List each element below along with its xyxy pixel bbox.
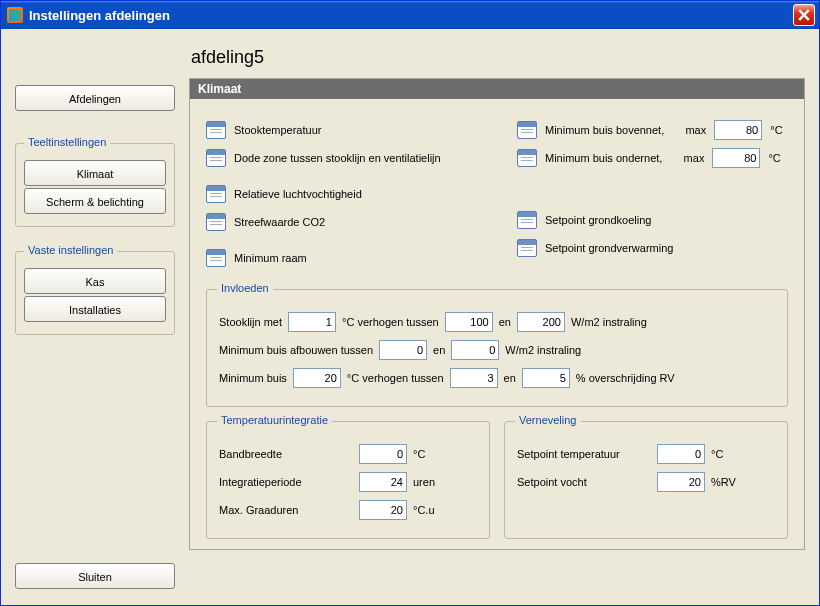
kv-label: Setpoint temperatuur xyxy=(517,448,657,460)
panel-header: Klimaat xyxy=(190,79,804,99)
min-onder-max-input[interactable] xyxy=(712,148,760,168)
close-icon[interactable] xyxy=(793,4,815,26)
calendar-icon[interactable] xyxy=(517,149,537,167)
item-label: Dode zone tussen stooklijn en ventilatie… xyxy=(234,152,441,164)
kas-button[interactable]: Kas xyxy=(24,268,166,294)
fieldset-title: Invloeden xyxy=(217,282,273,294)
stooklijn-van-input[interactable] xyxy=(445,312,493,332)
item-label: Relatieve luchtvochtigheid xyxy=(234,188,362,200)
sp-temperatuur-input[interactable] xyxy=(657,444,705,464)
unit-label: °C xyxy=(413,448,425,460)
calendar-icon[interactable] xyxy=(206,185,226,203)
minbuis-c-input[interactable] xyxy=(293,368,341,388)
invloeden-fieldset: Invloeden Stooklijn met °C verhogen tuss… xyxy=(206,289,788,407)
text-label: en xyxy=(499,316,511,328)
content: afdeling5 Klimaat Stooktemperatuur Dode xyxy=(175,43,805,591)
titlebar: Instellingen afdelingen xyxy=(1,1,819,29)
minbuis-afb-van-input[interactable] xyxy=(379,340,427,360)
unit-label: °C xyxy=(711,448,723,460)
stooklijn-tot-input[interactable] xyxy=(517,312,565,332)
calendar-icon[interactable] xyxy=(517,239,537,257)
item-label: Streefwaarde CO2 xyxy=(234,216,325,228)
sidebar-group-title: Vaste instellingen xyxy=(24,244,117,256)
fieldset-title: Temperatuurintegratie xyxy=(217,414,332,426)
klimaat-panel: Klimaat Stooktemperatuur Dode zone tusse… xyxy=(189,78,805,550)
minbuis-afb-tot-input[interactable] xyxy=(451,340,499,360)
kv-label: Max. Graaduren xyxy=(219,504,359,516)
text-label: Minimum buis afbouwen tussen xyxy=(219,344,373,356)
text-label: Minimum buis xyxy=(219,372,287,384)
item-label: Minimum buis ondernet, xyxy=(545,152,662,164)
unit-label: uren xyxy=(413,476,435,488)
kv-label: Integratieperiode xyxy=(219,476,359,488)
minbuis-rv-tot-input[interactable] xyxy=(522,368,570,388)
unit-label: °C xyxy=(768,152,780,164)
calendar-icon[interactable] xyxy=(206,213,226,231)
text-label: % overschrijding RV xyxy=(576,372,675,384)
text-label: °C verhogen tussen xyxy=(347,372,444,384)
text-label: °C verhogen tussen xyxy=(342,316,439,328)
text-label: W/m2 instraling xyxy=(571,316,647,328)
body: Afdelingen Teeltinstellingen Klimaat Sch… xyxy=(1,29,819,605)
min-boven-max-input[interactable] xyxy=(714,120,762,140)
calendar-icon[interactable] xyxy=(206,149,226,167)
calendar-icon[interactable] xyxy=(517,211,537,229)
integratieperiode-input[interactable] xyxy=(359,472,407,492)
text-label: W/m2 instraling xyxy=(505,344,581,356)
minbuis-rv-van-input[interactable] xyxy=(450,368,498,388)
item-label: Stooktemperatuur xyxy=(234,124,321,136)
sidebar-group-teelt: Teeltinstellingen Klimaat Scherm & belic… xyxy=(15,143,175,227)
item-label: Setpoint grondverwarming xyxy=(545,242,673,254)
sluiten-button[interactable]: Sluiten xyxy=(15,563,175,589)
kv-label: Setpoint vocht xyxy=(517,476,657,488)
unit-label: °C.u xyxy=(413,504,435,516)
sp-vocht-input[interactable] xyxy=(657,472,705,492)
sidebar-group-vaste: Vaste instellingen Kas Installaties xyxy=(15,251,175,335)
item-label: Setpoint grondkoeling xyxy=(545,214,651,226)
afdelingen-button[interactable]: Afdelingen xyxy=(15,85,175,111)
text-label: Stooklijn met xyxy=(219,316,282,328)
max-graaduren-input[interactable] xyxy=(359,500,407,520)
item-label: Minimum raam xyxy=(234,252,307,264)
scherm-belichting-button[interactable]: Scherm & belichting xyxy=(24,188,166,214)
kv-label: Bandbreedte xyxy=(219,448,359,460)
fieldset-title: Verneveling xyxy=(515,414,581,426)
calendar-icon[interactable] xyxy=(206,249,226,267)
window-title: Instellingen afdelingen xyxy=(29,8,793,23)
unit-label: °C xyxy=(770,124,782,136)
text-label: en xyxy=(504,372,516,384)
installaties-button[interactable]: Installaties xyxy=(24,296,166,322)
unit-label: %RV xyxy=(711,476,736,488)
calendar-icon[interactable] xyxy=(206,121,226,139)
text-label: en xyxy=(433,344,445,356)
stooklijn-met-input[interactable] xyxy=(288,312,336,332)
max-label: max xyxy=(672,124,706,136)
calendar-icon[interactable] xyxy=(517,121,537,139)
sidebar-group-title: Teeltinstellingen xyxy=(24,136,110,148)
item-label: Minimum buis bovennet, xyxy=(545,124,664,136)
bandbreedte-input[interactable] xyxy=(359,444,407,464)
tempintegratie-fieldset: Temperatuurintegratie Bandbreedte °C Int… xyxy=(206,421,490,539)
page-title: afdeling5 xyxy=(191,47,805,68)
klimaat-button[interactable]: Klimaat xyxy=(24,160,166,186)
max-label: max xyxy=(670,152,704,164)
verneveling-fieldset: Verneveling Setpoint temperatuur °C Setp… xyxy=(504,421,788,539)
settings-window: Instellingen afdelingen Afdelingen Teelt… xyxy=(0,0,820,606)
sidebar: Afdelingen Teeltinstellingen Klimaat Sch… xyxy=(15,43,175,591)
app-icon xyxy=(7,7,23,23)
